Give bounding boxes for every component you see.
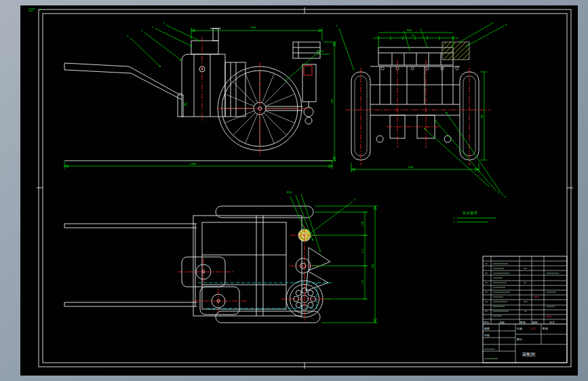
- dim-text: 890: [408, 165, 414, 169]
- dim-text: 120: [361, 221, 364, 226]
- gauge-pad-2: [200, 287, 239, 315]
- dim-text: 560: [407, 28, 412, 32]
- side-centerlines: [202, 37, 312, 157]
- side-view: 650 1600 705 Φ600 1 2 3 4: [64, 22, 336, 169]
- title-block: 序号 名称 数量 材料 备注 制图 审核 比例 1:2 数量 图号 装配图: [483, 256, 567, 363]
- notes-line-1: 1.: [453, 216, 456, 220]
- qty-label: 数量: [543, 327, 548, 330]
- balloon-label: 3: [163, 22, 165, 25]
- parts-list-grid: [483, 256, 567, 324]
- dim-text: 650: [251, 26, 256, 29]
- scale-label: 比例: [517, 327, 522, 331]
- part-leaders: [290, 194, 353, 251]
- fuel-tank: [191, 41, 218, 54]
- section-hatch: [442, 42, 469, 60]
- dim-text: 365: [371, 263, 374, 268]
- col-seq: 序号: [484, 321, 489, 324]
- notes-line-2: 2.: [453, 220, 456, 224]
- dim-text: 125: [361, 279, 364, 285]
- scale-value: 1:2: [530, 327, 536, 330]
- red-fitting: [304, 66, 312, 75]
- part-leaders: [339, 22, 504, 196]
- col-qty: 数量: [520, 321, 526, 324]
- handlebar: [64, 63, 182, 99]
- handlebar-plan: [64, 224, 197, 306]
- axle-frame: [370, 47, 460, 142]
- corner-dot: [40, 9, 41, 10]
- balloon-label: 2: [152, 25, 154, 28]
- rear-dimensions: 75 560 890 705 5 6 7 8: [336, 22, 507, 199]
- dim-text: 75: [411, 34, 414, 37]
- rear-centerlines: [346, 60, 491, 165]
- dim-text: 705: [330, 98, 334, 104]
- technical-notes: 技术要求 1. 2.: [453, 211, 496, 224]
- red-text-marks: [534, 297, 551, 317]
- drawn-label: 制图: [484, 327, 490, 331]
- balloon-label: 4: [127, 35, 129, 38]
- desktop-background: 650 1600 705 Φ600 1 2 3 4: [0, 0, 588, 381]
- parts-row-text-marks: [485, 264, 559, 316]
- dim-text: 115: [361, 248, 364, 254]
- drawing-title: 装配图: [522, 352, 536, 357]
- notes-title: 技术要求: [463, 211, 478, 216]
- cad-canvas[interactable]: 650 1600 705 Φ600 1 2 3 4: [20, 5, 578, 376]
- balloon-label: 1: [141, 29, 143, 33]
- seed-box: [378, 53, 453, 65]
- col-name: 名称: [499, 321, 505, 324]
- drawing-sheet: 650 1600 705 Φ600 1 2 3 4: [20, 5, 578, 376]
- hitch-pin-mark: [183, 102, 187, 106]
- balloon-label: 8: [505, 23, 507, 26]
- dim-text: 705: [480, 114, 484, 119]
- balloon-label: 9: [354, 198, 356, 201]
- checked-label: 审核: [484, 334, 490, 337]
- dim-text: Φ30: [287, 190, 292, 194]
- balloon-label: 7: [336, 24, 338, 28]
- corner-mark: [28, 9, 35, 11]
- dim-text: Φ600: [317, 49, 324, 53]
- col-remark: 备注: [549, 321, 555, 324]
- plan-view: 120 115 125 365 Φ30 9: [64, 190, 378, 323]
- dim-text: 1600: [190, 162, 197, 165]
- sheet-label: 图号: [517, 338, 522, 341]
- balloon-label: 5: [498, 190, 500, 194]
- balloon-label: 6: [505, 195, 507, 199]
- rear-view: 75 560 890 705 5 6 7 8: [336, 22, 507, 199]
